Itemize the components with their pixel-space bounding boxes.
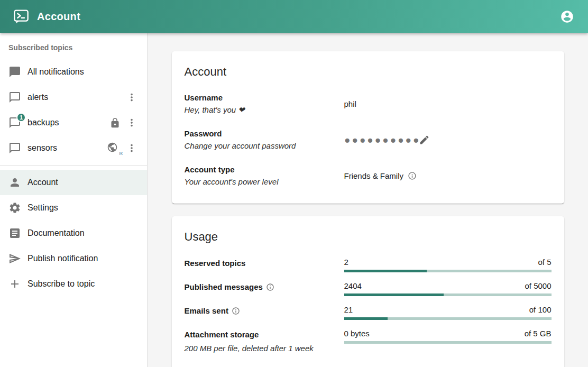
published-messages-label: Published messages xyxy=(185,282,344,291)
chat-bubble-outline-icon: 1 xyxy=(8,116,21,129)
account-card: Account Username Hey, that's you ❤ phil … xyxy=(172,51,564,204)
app-header: Account xyxy=(0,0,588,33)
sidebar-item-sensors[interactable]: sensors R xyxy=(0,135,147,161)
account-card-title: Account xyxy=(185,65,552,79)
reserved-topics-row: Reserved topics 2 of 5 xyxy=(185,258,552,272)
subscribed-topics-heading: Subscribed topics xyxy=(0,43,147,59)
published-messages-value: 2404 xyxy=(344,281,362,290)
usage-label-text: Published messages xyxy=(185,282,263,291)
lock-icon xyxy=(109,117,121,129)
usage-label-text: Attachment storage xyxy=(185,330,259,339)
usage-card: Usage Reserved topics 2 of 5 xyxy=(172,216,564,367)
sidebar-item-subscribe-to-topic[interactable]: Subscribe to topic xyxy=(0,271,147,297)
sidebar-item-backups[interactable]: 1 backups xyxy=(0,110,147,135)
article-icon xyxy=(8,227,21,240)
person-icon xyxy=(8,176,21,189)
account-type-sublabel: Your account's power level xyxy=(185,177,344,186)
reserved-suffix: R xyxy=(120,151,123,156)
gear-icon xyxy=(8,201,21,214)
sidebar-item-label: Publish notification xyxy=(27,254,143,263)
progress-fill xyxy=(344,270,427,272)
ntfy-logo-icon xyxy=(13,8,30,25)
sidebar-item-label: backups xyxy=(27,118,109,127)
published-messages-limit: of 5000 xyxy=(525,281,551,290)
usage-card-title: Usage xyxy=(185,230,552,244)
username-label: Username xyxy=(185,93,344,102)
sidebar: Subscribed topics All notifications aler… xyxy=(0,33,148,367)
attachment-storage-value: 0 bytes xyxy=(344,329,370,338)
more-vert-icon xyxy=(126,91,137,103)
usage-label-text: Reserved topics xyxy=(185,259,246,268)
unread-count-badge: 1 xyxy=(16,113,26,122)
attachment-storage-sublabel: 200 MB per file, deleted after 1 week xyxy=(185,344,344,353)
sidebar-item-account[interactable]: Account xyxy=(0,170,147,195)
emails-sent-value: 21 xyxy=(344,305,353,314)
account-circle-icon xyxy=(560,10,574,24)
sidebar-item-label: sensors xyxy=(27,143,107,153)
backups-menu-button[interactable] xyxy=(124,115,140,131)
progress-fill xyxy=(344,317,388,320)
password-sublabel: Change your account password xyxy=(185,141,344,150)
more-vert-icon xyxy=(126,142,137,154)
info-icon[interactable] xyxy=(266,283,274,291)
emails-sent-progressbar xyxy=(344,317,552,320)
password-label: Password xyxy=(185,129,344,138)
usage-label-text: Emails sent xyxy=(185,306,228,315)
chat-bubble-filled-icon xyxy=(8,66,21,78)
alerts-menu-button[interactable] xyxy=(124,89,140,105)
progress-fill xyxy=(344,293,444,296)
sidebar-item-label: alerts xyxy=(27,93,124,102)
more-vert-icon xyxy=(126,117,137,129)
sidebar-item-publish-notification[interactable]: Publish notification xyxy=(0,246,147,271)
published-messages-progressbar xyxy=(344,293,552,296)
sidebar-item-documentation[interactable]: Documentation xyxy=(0,221,147,246)
emails-sent-label: Emails sent xyxy=(185,306,344,315)
sidebar-item-alerts[interactable]: alerts xyxy=(0,85,147,110)
sidebar-item-settings[interactable]: Settings xyxy=(0,195,147,221)
chat-bubble-outline-icon xyxy=(8,142,21,154)
sidebar-item-label: Documentation xyxy=(27,228,143,238)
password-row: Password Change your account password ●●… xyxy=(185,127,552,152)
account-type-row: Account type Your account's power level … xyxy=(185,163,552,188)
attachment-storage-label: Attachment storage xyxy=(185,330,344,339)
emails-sent-limit: of 100 xyxy=(529,305,552,314)
page-title: Account xyxy=(37,11,558,23)
password-masked-value: ●●●●●●●●●● xyxy=(344,134,421,145)
public-reserved-icon: R xyxy=(107,142,121,154)
reserved-topics-limit: of 5 xyxy=(538,258,551,267)
published-messages-row: Published messages 2404 of 5000 xyxy=(185,281,552,296)
account-circle-button[interactable] xyxy=(558,7,576,26)
sidebar-item-label: All notifications xyxy=(27,67,143,77)
chat-bubble-outline-icon xyxy=(8,91,21,104)
username-row: Username Hey, that's you ❤ phil xyxy=(185,91,552,116)
reserved-topics-progressbar xyxy=(344,270,552,272)
sidebar-item-all-notifications[interactable]: All notifications xyxy=(0,59,147,85)
account-type-value: Friends & Family xyxy=(344,171,404,180)
info-icon[interactable] xyxy=(232,307,240,315)
account-type-label: Account type xyxy=(185,165,344,174)
sidebar-item-label: Account xyxy=(27,178,143,187)
send-icon xyxy=(8,252,21,265)
sidebar-item-label: Settings xyxy=(27,203,143,213)
sidebar-item-label: Subscribe to topic xyxy=(27,279,143,289)
reserved-topics-value: 2 xyxy=(344,258,348,267)
sensors-menu-button[interactable] xyxy=(124,140,140,156)
main-content: Account Username Hey, that's you ❤ phil … xyxy=(148,33,588,367)
reserved-topics-label: Reserved topics xyxy=(185,259,344,268)
attachment-storage-row: Attachment storage 200 MB per file, dele… xyxy=(185,329,552,353)
username-sublabel: Hey, that's you ❤ xyxy=(185,105,344,115)
info-icon[interactable] xyxy=(408,171,417,180)
attachment-storage-progressbar xyxy=(344,341,552,344)
sidebar-divider xyxy=(0,165,147,166)
username-value: phil xyxy=(344,99,356,108)
plus-icon xyxy=(8,278,21,290)
attachment-storage-limit: of 5 GB xyxy=(525,329,552,338)
emails-sent-row: Emails sent 21 of 100 xyxy=(185,305,552,320)
